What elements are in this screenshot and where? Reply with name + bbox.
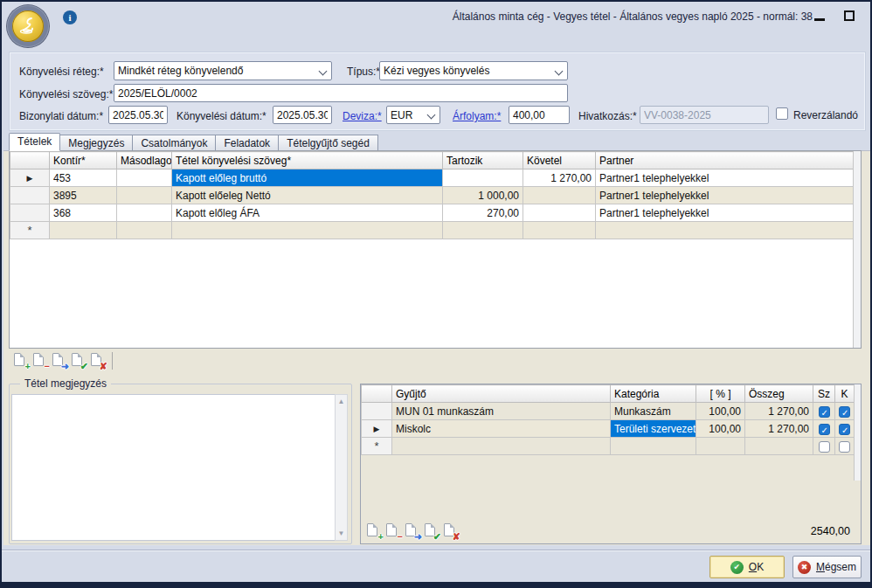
- cell-kovetel-empty[interactable]: [523, 222, 596, 239]
- collector-accept-row-button[interactable]: ✔: [423, 522, 440, 540]
- info-icon[interactable]: i: [63, 10, 77, 24]
- collector-vertical-scrollbar[interactable]: [854, 384, 861, 481]
- scroll-down-icon[interactable]: ▼: [336, 529, 347, 537]
- type-label: Típus:*: [347, 66, 380, 78]
- col-header-sz[interactable]: Sz: [813, 385, 835, 403]
- note-groupbox-label: Tétel megjegyzés: [20, 377, 111, 390]
- cell-tartozik-empty[interactable]: [443, 222, 523, 239]
- cell-partner[interactable]: Partner1 telephelyekkel: [596, 204, 855, 222]
- cell-kovetel[interactable]: [523, 204, 596, 222]
- collector-delete-row-button[interactable]: −: [384, 522, 402, 540]
- cell-masodlagos[interactable]: [117, 187, 172, 204]
- posting-date-input[interactable]: [273, 106, 332, 124]
- cell-szoveg[interactable]: Kapott előeleg Nettó: [172, 187, 443, 204]
- cell-sz[interactable]: [813, 403, 835, 420]
- cell-partner[interactable]: Partner1 telephelyekkel: [596, 187, 855, 204]
- sz-checkbox[interactable]: [819, 424, 830, 435]
- col-header-partner[interactable]: Partner: [596, 152, 855, 169]
- cell-kontir[interactable]: 368: [50, 204, 117, 222]
- sz-checkbox[interactable]: [819, 441, 830, 453]
- cell-percent[interactable]: 100,00: [696, 403, 745, 420]
- delete-row-button[interactable]: −: [31, 352, 49, 370]
- maximize-icon[interactable]: [844, 10, 855, 21]
- col-header-gyujto[interactable]: Gyűjtő: [392, 385, 611, 403]
- cell-osszeg-empty[interactable]: [745, 438, 813, 455]
- col-header-percent[interactable]: [ % ]: [696, 385, 745, 403]
- col-header-kategoria[interactable]: Kategória: [611, 385, 696, 403]
- exchange-rate-input[interactable]: [509, 106, 570, 124]
- document-icon: [33, 353, 44, 366]
- cell-sz[interactable]: [813, 420, 835, 438]
- tab-tetelek[interactable]: Tételek: [9, 133, 60, 151]
- type-select[interactable]: Kézi vegyes könyvelés: [379, 61, 568, 80]
- exchange-rate-link[interactable]: Árfolyam:*: [453, 110, 501, 122]
- cell-k[interactable]: [835, 403, 855, 420]
- currency-link[interactable]: Deviza:*: [343, 110, 382, 122]
- cell-kontir[interactable]: 453: [50, 169, 117, 187]
- cancel-row-button[interactable]: ✘: [89, 352, 107, 370]
- tab-tetelgyujto-seged[interactable]: Tételgyűjtő segéd: [279, 135, 378, 151]
- add-row-button[interactable]: +: [12, 352, 30, 370]
- accept-row-button[interactable]: ✔: [70, 352, 87, 370]
- cell-partner-empty[interactable]: [596, 222, 855, 239]
- k-checkbox[interactable]: [839, 424, 850, 435]
- cell-kontir[interactable]: 3895: [50, 187, 117, 204]
- cell-kategoria[interactable]: Munkaszám: [611, 403, 696, 420]
- document-date-input[interactable]: [108, 106, 168, 124]
- grid-vertical-scrollbar[interactable]: [853, 151, 861, 348]
- cell-masodlagos[interactable]: [117, 169, 172, 187]
- reversal-checkbox[interactable]: [776, 107, 788, 120]
- k-checkbox[interactable]: [839, 406, 850, 418]
- cell-gyujto[interactable]: MUN 01 munkaszám: [392, 403, 611, 420]
- cell-sz-empty[interactable]: [813, 438, 835, 455]
- cell-gyujto[interactable]: Miskolc: [392, 420, 611, 438]
- cell-percent[interactable]: 100,00: [696, 420, 745, 438]
- tab-megjegyzes[interactable]: Megjegyzés: [60, 135, 133, 151]
- cell-tartozik[interactable]: [443, 169, 523, 187]
- col-header-masodlagos[interactable]: Másodlagos: [117, 152, 172, 169]
- cell-kategoria-selected[interactable]: Területi szervezet: [611, 420, 696, 438]
- tab-csatolmanyok[interactable]: Csatolmányok: [133, 135, 216, 151]
- cell-masodlagos-empty[interactable]: [117, 222, 172, 239]
- cell-osszeg[interactable]: 1 270,00: [745, 403, 813, 420]
- tab-feladatok[interactable]: Feladatok: [216, 135, 279, 151]
- col-header-kontir[interactable]: Kontír*: [50, 152, 117, 169]
- cell-partner[interactable]: Partner1 telephelyekkel: [596, 169, 855, 187]
- cell-szoveg[interactable]: Kapott előleg ÁFA: [172, 204, 443, 222]
- col-header-k[interactable]: K: [835, 385, 855, 403]
- posting-text-input[interactable]: [114, 84, 568, 102]
- scroll-up-icon[interactable]: ▲: [336, 398, 347, 405]
- col-header-tartozik[interactable]: Tartozik: [443, 152, 523, 169]
- cell-masodlagos[interactable]: [117, 204, 172, 222]
- currency-select[interactable]: EUR: [386, 106, 440, 124]
- cell-k-empty[interactable]: [835, 438, 855, 455]
- cell-kategoria-empty[interactable]: [611, 438, 696, 455]
- col-header-szoveg[interactable]: Tétel könyvelési szöveg*: [172, 152, 443, 169]
- cell-percent-empty[interactable]: [696, 438, 745, 455]
- note-textarea[interactable]: [11, 394, 336, 541]
- collector-add-row-button[interactable]: +: [365, 522, 383, 540]
- copy-row-button[interactable]: ➜: [51, 352, 68, 370]
- cell-osszeg[interactable]: 1 270,00: [745, 420, 813, 438]
- ok-button[interactable]: ✔ OK: [709, 556, 785, 578]
- cell-tartozik[interactable]: 1 000,00: [443, 187, 523, 204]
- minimize-icon[interactable]: [814, 18, 825, 21]
- cell-k[interactable]: [835, 420, 855, 438]
- k-checkbox[interactable]: [839, 441, 850, 453]
- collector-copy-row-button[interactable]: ➜: [404, 522, 421, 540]
- cell-szoveg-empty[interactable]: [172, 222, 443, 239]
- layer-select[interactable]: Mindkét réteg könyvelendő: [114, 61, 332, 80]
- cell-tartozik[interactable]: 270,00: [443, 204, 523, 222]
- sz-checkbox[interactable]: [819, 406, 830, 418]
- collector-cancel-row-button[interactable]: ✘: [442, 522, 460, 540]
- app-logo-icon[interactable]: [7, 5, 49, 47]
- note-scrollbar[interactable]: ▲ ▼: [335, 394, 348, 541]
- cancel-button[interactable]: ✖ Mégsem: [792, 556, 862, 578]
- cell-kontir-empty[interactable]: [50, 222, 117, 239]
- cell-kovetel[interactable]: 1 270,00: [523, 169, 596, 187]
- cell-szoveg-selected[interactable]: Kapott előleg bruttó: [172, 169, 443, 187]
- cell-kovetel[interactable]: [523, 187, 596, 204]
- col-header-osszeg[interactable]: Összeg: [745, 385, 813, 403]
- cell-gyujto-empty[interactable]: [392, 438, 611, 455]
- col-header-kovetel[interactable]: Követel: [523, 152, 596, 169]
